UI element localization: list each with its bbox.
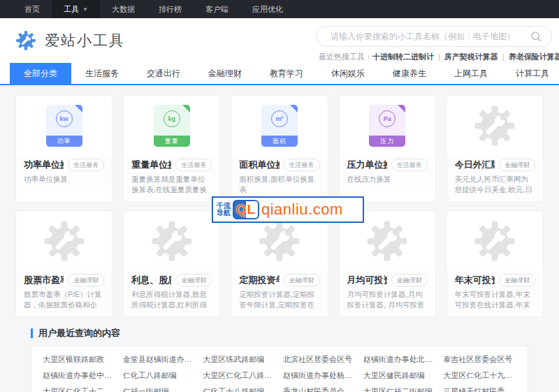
tool-card[interactable]: 月均可投资计算金融理财月均可投资计算器,月均投资计算器, 月均可投资在线计算器,…	[339, 210, 436, 317]
nav-item-工具[interactable]: 工具▼	[52, 0, 100, 18]
tool-card[interactable]: 利息、股息、红金融理财利息所得税计算器,股息所得税计算器,红利所得税计算器	[123, 210, 220, 317]
icon-band-label: 重量	[154, 136, 190, 147]
recent-query-link[interactable]: 大里区仁化工十二路邮政	[43, 386, 116, 392]
recent-queries-title-text: 用户最近查询的内容	[38, 327, 120, 340]
tool-card-description: 美元兑人民币汇率网为您提供今日美金,欧元,日元,港币等世界各国上	[455, 174, 535, 195]
recent-query-link[interactable]: 金堂县赵镇街道办事处区号	[123, 354, 196, 364]
tool-card-description: 在线压力换算	[347, 174, 428, 184]
tool-card-title: 利息、股息、红	[131, 274, 171, 286]
nav-item-排行榜[interactable]: 排行榜	[147, 0, 194, 18]
tool-card-category-tag[interactable]: 生活服务	[68, 159, 104, 171]
tool-card-description: 股票市盈率（P/E）计算器，依据股票价格和企业每股税后利润可以方	[24, 289, 104, 310]
tool-card-category-tag[interactable]: 金融理财	[68, 274, 104, 286]
tool-card-icon-area: m²面积	[231, 96, 327, 156]
nav-item-大数据[interactable]: 大数据	[100, 0, 147, 18]
recent-query-link[interactable]: 仁福一街邮编	[123, 386, 196, 392]
tool-card-category-tag[interactable]: 生活服务	[175, 159, 212, 171]
tool-card-icon-area: Pa压力	[340, 96, 435, 156]
nav-item-客户端[interactable]: 客户端	[194, 0, 240, 18]
tool-card-category-tag[interactable]: 生活服务	[391, 159, 428, 171]
recent-query-link[interactable]: 泰吉社区居委会区号	[443, 354, 516, 364]
tool-card-icon-area	[447, 96, 543, 156]
tool-card-title-row: 压力单位换算工生活服务	[347, 159, 428, 171]
tool-card-title: 面积单位换算工	[239, 159, 279, 171]
unit-label: Pa	[379, 110, 395, 127]
tool-card-title: 重量单位换算工	[131, 159, 171, 171]
search-input[interactable]	[317, 27, 551, 46]
tool-card[interactable]: 年末可投资计算金融理财年末可投资计算器,年末可投资在线计算器,年末投资在线计算器	[447, 210, 544, 317]
hot-search-link[interactable]: 房产契税计算器	[444, 52, 498, 61]
gear-wrench-placeholder-icon	[363, 217, 412, 266]
tool-card-description: 功率单位换算	[24, 174, 104, 184]
tab-上网工具[interactable]: 上网工具	[440, 63, 502, 84]
recent-query-link[interactable]: 大里区仁化工十九路邮政	[443, 370, 516, 380]
tool-card-category-tag[interactable]: 金融理财	[391, 274, 428, 286]
recent-query-link[interactable]: 三星镇天灯村民委员会区号	[443, 386, 516, 392]
tab-教育学习[interactable]: 教育学习	[256, 63, 317, 84]
tool-card[interactable]: 股票市盈率计算金融理财股票市盈率（P/E）计算器，依据股票价格和企业每股税后利润…	[15, 210, 112, 317]
hot-link-separator: |	[502, 52, 504, 61]
tab-休闲娱乐[interactable]: 休闲娱乐	[317, 63, 379, 84]
gear-wrench-placeholder-icon	[40, 217, 89, 266]
recent-query-link[interactable]: 北滨社区居委会区号	[283, 354, 356, 364]
recent-query-link[interactable]: 赵镇街道办事处北滨社区...	[363, 354, 437, 364]
site-title: 爱站小工具	[45, 31, 125, 50]
nav-item-应用优化[interactable]: 应用优化	[240, 0, 295, 18]
tab-金融理财[interactable]: 金融理财	[194, 63, 256, 84]
tool-card-title-row: 重量单位换算工生活服务	[131, 159, 212, 171]
tab-计算工具[interactable]: 计算工具	[502, 63, 559, 84]
site-header: 爱站小工具 最近热搜工具：十进制转二进制计|房产契税计算器|养老保险计算器|医疗…	[0, 18, 559, 63]
tool-card-description: 月均可投资计算器,月均投资计算器, 月均可投资在线计算器, 月均	[347, 289, 428, 310]
tab-全部分类[interactable]: 全部分类	[10, 63, 71, 84]
hot-search-link[interactable]: 养老保险计算器	[509, 52, 559, 61]
tab-健康养生[interactable]: 健康养生	[379, 63, 440, 84]
tool-card[interactable]: 今日外汇牌价金融理财美元兑人民币汇率网为您提供今日美金,欧元,日元,港币等世界各…	[447, 95, 544, 202]
hot-link-separator: |	[438, 52, 440, 61]
tool-card-info: 年末可投资计算金融理财年末可投资计算器,年末可投资在线计算器,年末投资在线计算器	[447, 271, 543, 317]
qianliu-watermark: 千流 导航 QL qianliu.com	[212, 196, 364, 223]
nav-item-首页[interactable]: 首页	[13, 0, 52, 18]
tool-card-category-tag[interactable]: 金融理财	[175, 274, 212, 286]
unit-converter-file-icon: m²面积	[261, 105, 298, 147]
tab-生活服务[interactable]: 生活服务	[71, 63, 133, 84]
recent-query-link[interactable]: 赵镇街道办事处中河路社...	[43, 370, 116, 380]
recent-query-link[interactable]: 大里区银联路邮政	[43, 354, 116, 364]
recent-query-link[interactable]: 香龙山村民委员会区号	[283, 386, 356, 392]
tool-card-info: 股票市盈率计算金融理财股票市盈率（P/E）计算器，依据股票价格和企业每股税后利润…	[16, 271, 112, 317]
hot-search-link[interactable]: 十进制转二进制计	[372, 52, 434, 61]
unit-label: kw	[56, 110, 73, 127]
tool-card-title: 今日外汇牌价	[455, 159, 495, 171]
tool-card-title-row: 利息、股息、红金融理财	[131, 274, 212, 286]
unit-converter-file-icon: kg重量	[154, 105, 190, 147]
tool-card-category-tag[interactable]: 金融理财	[499, 159, 535, 171]
recent-query-link[interactable]: 赵镇街道办事处杨柳桥社...	[283, 370, 356, 380]
recent-query-link[interactable]: 大里区仁福二街邮编	[363, 386, 437, 392]
watermark-ql-logo: QL	[233, 200, 259, 219]
tool-card[interactable]: 定期投资年限计金融理财定期投资计算器,定期投资年限计算,定期投资在线计算,定期投…	[231, 210, 328, 317]
tool-card-category-tag[interactable]: 金融理财	[284, 274, 320, 286]
search-icon[interactable]	[530, 31, 542, 43]
recent-query-link[interactable]: 仁化工十八路邮编	[203, 386, 276, 392]
file-fold-corner	[182, 105, 190, 112]
recent-queries-section: 用户最近查询的内容 大里区银联路邮政金堂县赵镇街道办事处区号大里区练武路邮编北滨…	[31, 327, 528, 392]
tool-card-title: 定期投资年限计	[239, 274, 279, 286]
tab-交通出行[interactable]: 交通出行	[133, 63, 194, 84]
hot-search-line: 最近热搜工具：十进制转二进制计|房产契税计算器|养老保险计算器|医疗保险计算器	[316, 52, 552, 62]
tool-card-icon-area	[124, 211, 219, 271]
tool-card[interactable]: Pa压力压力单位换算工生活服务在线压力换算	[339, 95, 436, 202]
search-box[interactable]	[316, 26, 552, 47]
title-accent-bar	[31, 328, 33, 338]
tool-card-description: 面积换算,面积单位换算表	[239, 174, 319, 195]
tool-card-description: 利息所得税计算器,股息所得税计算器,红利所得税计算器	[131, 289, 212, 310]
tool-card-category-tag[interactable]: 生活服务	[284, 159, 320, 171]
tool-card[interactable]: kg重量重量单位换算工生活服务重量换算就是重量单位换算表,在线重量质量换算	[123, 95, 220, 202]
tool-card[interactable]: kw功率功率单位换算工生活服务功率单位换算	[15, 95, 112, 202]
tool-card-description: 年末可投资计算器,年末可投资在线计算器,年末投资在线计算器	[455, 289, 535, 310]
recent-query-link[interactable]: 大里区健民路邮编	[363, 370, 437, 380]
recent-query-link[interactable]: 仁化工八路邮编	[123, 370, 196, 380]
tool-card-category-tag[interactable]: 金融理财	[499, 274, 535, 286]
recent-query-link[interactable]: 大里区仁化工八路邮政	[203, 370, 276, 380]
tool-card[interactable]: m²面积面积单位换算工生活服务面积换算,面积单位换算表	[231, 95, 328, 202]
file-fold-corner	[290, 105, 298, 112]
recent-query-link[interactable]: 大里区练武路邮编	[203, 354, 276, 364]
